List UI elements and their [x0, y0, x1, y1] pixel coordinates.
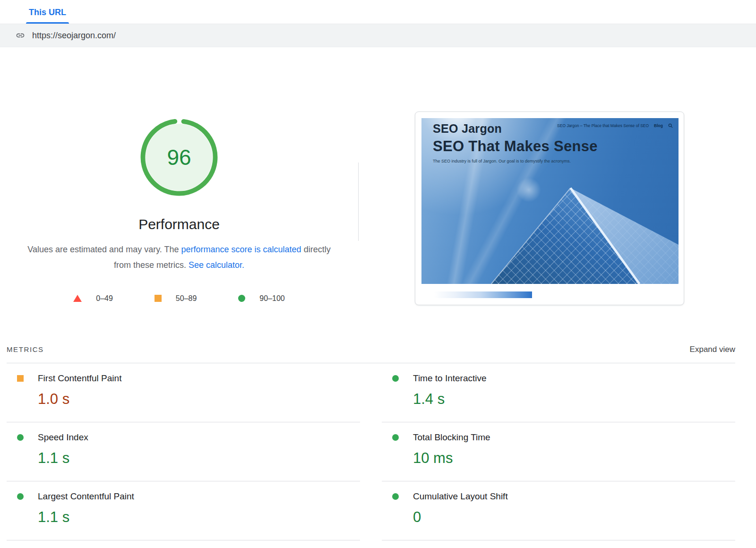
legend-average-label: 50–89 [176, 294, 197, 303]
metric-label: Total Blocking Time [413, 432, 490, 443]
legend-average-range: 50–89 [155, 294, 197, 303]
orange-square-icon [17, 375, 24, 382]
summary-section: 96 Performance Values are estimated and … [0, 47, 756, 305]
metric-label: Largest Contentful Paint [38, 491, 134, 502]
metric-time-to-interactive: Time to Interactive 1.4 s [382, 363, 735, 422]
metric-first-contentful-paint: First Contentful Paint 1.0 s [7, 363, 360, 422]
green-circle-icon [392, 434, 399, 441]
score-legend: 0–49 50–89 90–100 [0, 294, 358, 303]
see-calculator-link[interactable]: See calculator. [189, 260, 244, 270]
green-circle-icon [17, 434, 24, 441]
performance-score-link[interactable]: performance score is calculated [181, 245, 301, 254]
site-nav-blog: Blog [654, 123, 663, 128]
metric-speed-index: Speed Index 1.1 s [7, 422, 360, 481]
performance-description: Values are estimated and may vary. The p… [20, 242, 338, 274]
link-icon [16, 31, 25, 40]
metric-largest-contentful-paint: Largest Contentful Paint 1.1 s [7, 481, 360, 540]
metric-value: 0 [413, 508, 508, 527]
green-circle-icon [392, 375, 399, 382]
metric-label: Cumulative Layout Shift [413, 491, 508, 502]
red-triangle-icon [73, 295, 82, 302]
performance-score: 96 [139, 117, 219, 197]
legend-fail-label: 0–49 [96, 294, 113, 303]
tab-this-url[interactable]: This URL [26, 1, 69, 24]
metric-value: 10 ms [413, 449, 490, 468]
metric-value: 1.1 s [38, 508, 134, 527]
metric-value: 1.1 s [38, 449, 88, 468]
site-nav: SEO Jargon – The Place that Makes Sense … [557, 123, 673, 128]
metric-value: 1.0 s [38, 390, 121, 409]
metric-value: 1.4 s [413, 390, 487, 409]
site-search-icon [668, 123, 673, 128]
metrics-heading: METRICS [7, 345, 44, 353]
site-screenshot: SEO Jargon SEO That Makes Sense The SEO … [421, 118, 679, 284]
url-bar: https://seojargon.com/ [0, 24, 756, 47]
legend-good-range: 90–100 [238, 294, 284, 303]
screenshot-progress-strip [434, 291, 532, 298]
site-nav-title: SEO Jargon – The Place that Makes Sense … [557, 123, 649, 128]
pagespeed-report: This URL https://seojargon.com/ 96 Perfo… [0, 0, 756, 540]
green-circle-icon [17, 493, 24, 500]
tab-bar: This URL [0, 0, 756, 24]
metrics-header: METRICS Expand view [7, 345, 735, 363]
legend-good-label: 90–100 [259, 294, 284, 303]
green-circle-icon [392, 493, 399, 500]
metric-label: Speed Index [38, 432, 88, 443]
metrics-section: METRICS Expand view First Contentful Pai… [0, 345, 756, 540]
metrics-grid: First Contentful Paint 1.0 s Time to Int… [7, 363, 735, 540]
site-headline: SEO That Makes Sense [433, 138, 598, 155]
metric-total-blocking-time: Total Blocking Time 10 ms [382, 422, 735, 481]
performance-summary: 96 Performance Values are estimated and … [0, 111, 358, 303]
screenshot-column: SEO Jargon SEO That Makes Sense The SEO … [359, 111, 684, 305]
expand-view-button[interactable]: Expand view [690, 345, 735, 354]
site-tagline: The SEO industry is full of Jargon. Our … [433, 159, 598, 163]
site-hero-text: SEO Jargon SEO That Makes Sense The SEO … [433, 122, 598, 163]
metric-label: Time to Interactive [413, 373, 487, 384]
green-circle-icon [238, 295, 245, 302]
metric-cumulative-layout-shift: Cumulative Layout Shift 0 [382, 481, 735, 540]
performance-gauge: 96 [139, 117, 219, 197]
orange-square-icon [155, 295, 162, 302]
url-text: https://seojargon.com/ [32, 31, 116, 41]
description-text-1: Values are estimated and may vary. The [27, 245, 181, 254]
screenshot-card: SEO Jargon SEO That Makes Sense The SEO … [415, 111, 684, 305]
metric-label: First Contentful Paint [38, 373, 121, 384]
performance-title: Performance [0, 216, 358, 232]
legend-fail-range: 0–49 [73, 294, 113, 303]
tab-this-url-label: This URL [29, 8, 66, 17]
